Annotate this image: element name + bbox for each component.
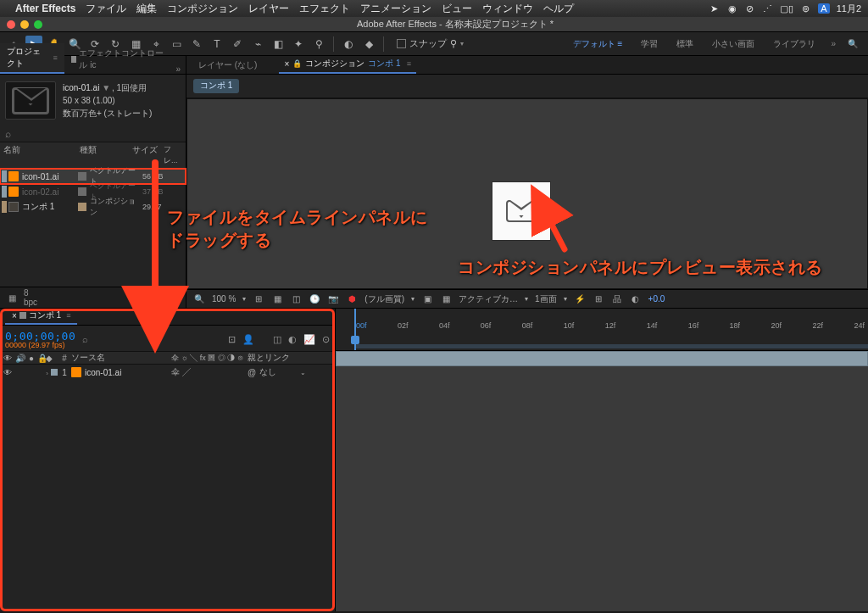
menu-layer[interactable]: レイヤー — [248, 2, 289, 16]
asset-row[interactable]: コンポ 1 コンポジション 29.97 — [0, 199, 186, 215]
layer-label-icon[interactable] — [51, 369, 58, 376]
timeline-search[interactable]: ⌕ — [82, 334, 142, 344]
clone-tool-icon[interactable]: ⌁ — [249, 36, 266, 53]
parent-dropdown[interactable]: なし — [259, 366, 276, 378]
layer-duration-bar[interactable] — [336, 351, 868, 366]
bpc-toggle[interactable]: 8 bpc — [24, 291, 37, 304]
pickwhip-icon[interactable]: @ — [248, 368, 256, 377]
timeline-tab[interactable]: × コンポ 1 ≡ — [5, 308, 77, 325]
eye-header-icon[interactable]: 👁 — [3, 354, 12, 363]
menu-effect[interactable]: エフェクト — [299, 2, 350, 16]
snapshot-icon[interactable]: 📷 — [327, 294, 339, 304]
interp-icon[interactable]: ▦ — [5, 291, 19, 304]
preview-icon-artwork[interactable] — [492, 182, 550, 240]
menu-edit[interactable]: 編集 — [136, 2, 157, 16]
label-swatch-icon[interactable] — [78, 187, 86, 196]
label-swatch-icon[interactable] — [78, 203, 86, 211]
playhead[interactable] — [354, 309, 356, 350]
mask-icon[interactable]: ◫ — [290, 294, 302, 304]
col-framerate[interactable]: フレ... — [164, 144, 182, 166]
visibility-toggle-icon[interactable]: 👁 — [3, 368, 12, 377]
composition-canvas[interactable] — [186, 98, 868, 289]
col-source-name[interactable]: ソース名 — [71, 352, 171, 364]
tab-composition-viewer[interactable]: × 🔒 コンポジション コンポ 1 ≡ — [279, 55, 415, 74]
new-bin-icon[interactable]: 🗀 — [130, 291, 143, 304]
project-search-input[interactable] — [14, 129, 181, 139]
ime-indicator[interactable]: A — [818, 3, 829, 14]
pen-tool-icon[interactable]: ✎ — [188, 36, 205, 53]
shy-icon[interactable]: 👤 — [242, 334, 254, 345]
mask-mode-icon[interactable]: ◐ — [340, 36, 357, 53]
layer-name[interactable]: icon-01.ai — [85, 368, 121, 377]
reset-exposure-icon[interactable]: ◐ — [630, 294, 642, 304]
views-dropdown[interactable]: 1画面 — [535, 293, 557, 305]
minimize-window-icon[interactable] — [20, 20, 29, 29]
app-name[interactable]: After Effects — [15, 3, 75, 14]
search-help-icon[interactable]: 🔍 — [843, 39, 863, 48]
menu-view[interactable]: ビュー — [442, 2, 472, 16]
workspace-overflow-icon[interactable]: » — [826, 39, 841, 48]
transparency-icon[interactable]: ▦ — [440, 294, 452, 304]
layer-switches[interactable]: 伞 ╱ — [171, 366, 248, 378]
fast-preview-icon[interactable]: ⚡ — [574, 294, 586, 304]
shape-mode-icon[interactable]: ◆ — [360, 36, 377, 53]
menu-animation[interactable]: アニメーション — [360, 2, 431, 16]
col-size[interactable]: サイズ — [132, 144, 164, 166]
motion-blur-icon[interactable]: ◐ — [288, 334, 297, 345]
brush-tool-icon[interactable]: ✐ — [229, 36, 246, 53]
time-ruler[interactable]: 00f 02f 04f 06f 08f 10f 12f 14f 16f 18f … — [336, 309, 868, 351]
workspace-learn[interactable]: 学習 — [632, 36, 666, 52]
snap-toggle[interactable]: スナップ ⚲ ▾ — [397, 37, 464, 50]
tab-menu-icon[interactable]: ≡ — [53, 53, 57, 62]
work-area-bar[interactable] — [354, 344, 868, 348]
col-type[interactable]: 種類 — [80, 144, 132, 166]
workspace-small[interactable]: 小さい画面 — [704, 36, 763, 52]
new-comp-icon[interactable]: ▦ — [148, 291, 162, 304]
timeline-track-area[interactable]: 00f 02f 04f 06f 08f 10f 12f 14f 16f 18f … — [336, 309, 868, 611]
tab-menu-icon[interactable]: ≡ — [407, 59, 411, 68]
zoom-window-icon[interactable] — [34, 20, 42, 29]
col-name[interactable]: 名前 — [3, 144, 69, 166]
traffic-lights[interactable] — [7, 20, 42, 29]
zoom-level[interactable]: 100 % — [212, 294, 236, 304]
resolution-dropdown[interactable]: (フル画質) — [364, 293, 404, 305]
menu-composition[interactable]: コンポジション — [167, 2, 238, 16]
frame-blend-icon[interactable]: ◫ — [273, 334, 281, 345]
graph-editor-icon[interactable]: 📈 — [303, 334, 315, 345]
col-parent[interactable]: 親とリンク — [248, 352, 315, 364]
timeline-tracks[interactable] — [336, 351, 868, 611]
draft3d-icon[interactable]: ⊙ — [322, 334, 330, 345]
camera-dropdown[interactable]: アクティブカ… — [459, 293, 518, 305]
workspace-library[interactable]: ライブラリ — [765, 36, 824, 52]
timeline-layer-row[interactable]: 👁 › 1 icon-01.ai 伞 ╱ @ なし ⌄ — [0, 365, 335, 380]
tab-menu-icon[interactable]: ≡ — [66, 311, 70, 320]
roto-tool-icon[interactable]: ✦ — [290, 36, 307, 53]
comp-name-link[interactable]: コンポ 1 — [368, 58, 400, 70]
clock-icon[interactable]: 🕒 — [309, 294, 320, 304]
asset-row[interactable]: icon-01.ai ベクトルアート 56 KB — [0, 169, 186, 184]
comp-mini-icon[interactable]: ⊡ — [228, 334, 236, 345]
timeline-search-input[interactable] — [92, 335, 142, 344]
label-color-icon[interactable] — [2, 170, 7, 182]
panel-overflow-icon[interactable]: » — [170, 64, 186, 74]
channels-icon[interactable]: ⬢ — [346, 294, 358, 304]
workspace-standard[interactable]: 標準 — [668, 36, 702, 52]
audio-header-icon[interactable]: 🔊 — [15, 354, 25, 363]
workspace-default[interactable]: デフォルト ≡ — [565, 36, 632, 52]
label-swatch-icon[interactable] — [78, 172, 86, 181]
tab-project[interactable]: プロジェクト ≡ — [0, 43, 64, 74]
label-color-icon[interactable] — [2, 186, 7, 198]
puppet-tool-icon[interactable]: ⚲ — [310, 36, 327, 53]
menu-window[interactable]: ウィンドウ — [482, 2, 533, 16]
snap-checkbox-icon[interactable] — [397, 39, 406, 48]
eraser-tool-icon[interactable]: ◧ — [270, 36, 287, 53]
close-window-icon[interactable] — [7, 20, 15, 29]
menu-help[interactable]: ヘルプ — [543, 2, 574, 16]
project-search[interactable]: ⌕ — [0, 126, 186, 142]
col-switches[interactable]: 伞 ☼ ╲ fx 圖 ◎ ◑ ⊙ — [171, 353, 248, 364]
text-tool-icon[interactable]: T — [209, 36, 225, 53]
label-header-icon[interactable]: ◆ — [46, 354, 58, 363]
solo-header-icon[interactable]: ● — [29, 354, 34, 363]
asset-thumbnail[interactable] — [5, 81, 56, 120]
exposure-value[interactable]: +0.0 — [648, 294, 665, 304]
